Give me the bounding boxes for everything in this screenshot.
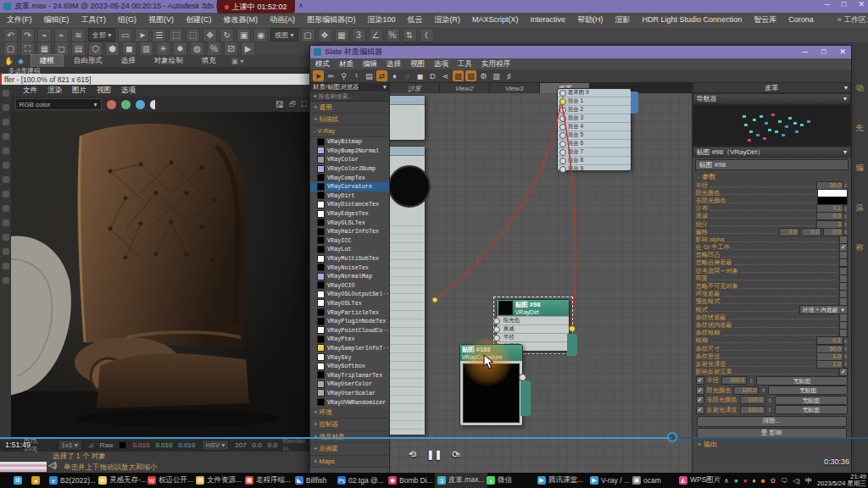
ime-indicator[interactable]: 中 bbox=[805, 476, 812, 485]
browser-item-VRaySoftbox[interactable]: VRaySoftbox bbox=[310, 362, 389, 371]
toolbar2-icon-6[interactable]: ⬢ bbox=[105, 42, 120, 56]
vfb-menu-2[interactable]: 图片 bbox=[72, 86, 86, 96]
slate-tool-icon-9[interactable]: D bbox=[427, 70, 438, 81]
slate-tool-icon-4[interactable]: ▤ bbox=[364, 70, 375, 81]
output-rollout[interactable]: +输出 bbox=[693, 440, 851, 449]
browser-item-VRayHairInfoTex[interactable]: VRayHairInfoTex bbox=[310, 227, 389, 236]
browser-item-VRayTriplanarTex[interactable]: VRayTriplanarTex bbox=[310, 370, 389, 380]
toolbar-icon-7[interactable]: ☰ bbox=[152, 28, 166, 42]
toolbar-icon-6[interactable]: ➤ bbox=[135, 28, 149, 42]
menu-item-7[interactable]: 动画(A) bbox=[270, 14, 295, 25]
browser-item-VRayOSLTex[interactable]: VRayOSLTex bbox=[310, 299, 389, 308]
view-tab-0[interactable]: 沙发 bbox=[390, 83, 439, 93]
menu-item-14[interactable]: 帮助(H) bbox=[577, 14, 604, 25]
param-spinner[interactable]: 0.0 bbox=[779, 228, 799, 236]
toolbar2-icon-11[interactable]: ◍ bbox=[190, 42, 204, 56]
teapot-icon[interactable]: ◆ bbox=[18, 57, 24, 65]
ribbon-more-dropdown[interactable]: ▣ ▾ bbox=[231, 57, 244, 65]
checkbox[interactable]: ✓ bbox=[839, 368, 848, 376]
output-socket[interactable] bbox=[569, 325, 576, 332]
toolbar-icon-13[interactable]: ◉ bbox=[253, 28, 268, 42]
param-spinner[interactable]: 0.0 bbox=[801, 228, 821, 236]
red-channel-button[interactable] bbox=[107, 100, 116, 109]
menu-item-17[interactable]: 智云库 bbox=[754, 14, 776, 25]
vfb-menu-1[interactable]: 渲染 bbox=[47, 86, 62, 96]
browser-item-VRayBump2Normal[interactable]: VRayBump2Normal bbox=[310, 147, 389, 156]
toolbar-icon-12[interactable]: ▣ bbox=[236, 28, 251, 42]
dock-icon-2[interactable] bbox=[3, 119, 9, 125]
toolbar-icon-19[interactable]: % bbox=[386, 28, 400, 42]
spinner-arrows-icon[interactable]: ⇕ bbox=[843, 214, 848, 219]
toolbar-icon-14[interactable]: ▢ bbox=[301, 28, 315, 42]
hsv-combo[interactable]: HSV ▾ bbox=[202, 440, 230, 451]
browser-item-VRayNoiseTex[interactable]: VRayNoiseTex bbox=[310, 263, 389, 272]
browser-item-VRaySamplerInfoT···[interactable]: VRaySamplerInfoT··· bbox=[310, 344, 389, 353]
spinner-arrows-icon[interactable]: ⇕ bbox=[768, 407, 772, 413]
slate-menu-5[interactable]: 选项 bbox=[434, 59, 448, 69]
pause-button[interactable]: ❚❚ bbox=[426, 449, 442, 460]
spinner-arrows-icon[interactable]: ⇕ bbox=[843, 221, 848, 227]
taskbar-item-w-app[interactable]: W权迈公开... bbox=[145, 473, 196, 488]
taskbar-item-ocam[interactable]: ▣ocam bbox=[630, 473, 664, 488]
tray-icon-2[interactable]: ♦ bbox=[753, 477, 756, 485]
rewind-10-button[interactable]: ⟲10 bbox=[409, 449, 416, 460]
taskbar-item-3dsmax[interactable]: 3皮革.max... bbox=[435, 473, 487, 488]
node-side-tab[interactable] bbox=[567, 334, 577, 356]
taskbar-item-start[interactable]: ⊞ bbox=[11, 473, 25, 488]
taskbar-item-star-app[interactable]: ★灵感无存-... bbox=[96, 473, 149, 488]
workspace-label[interactable]: » 工作区: 发财. 退休 bbox=[837, 14, 868, 25]
browser-item-VRayBitmap[interactable]: VRayBitmap bbox=[310, 137, 389, 147]
slate-menu-7[interactable]: 实用程序 bbox=[481, 59, 510, 69]
toolbar2-icon-12[interactable]: % bbox=[207, 42, 221, 56]
dock-icon-8[interactable] bbox=[3, 205, 9, 212]
exclude-button[interactable]: 排除... bbox=[697, 416, 847, 427]
taskbar-item-wps[interactable]: ◭WPS图片 bbox=[676, 473, 723, 488]
spinner-arrows-icon[interactable]: ⇕ bbox=[768, 397, 772, 403]
browser-item-VRayNormalMap[interactable]: VRayNormalMap bbox=[310, 272, 389, 281]
slate-tool-icon-6[interactable]: ♦ bbox=[389, 70, 400, 81]
dock-icon-4[interactable] bbox=[3, 147, 9, 154]
taskbar-item-vray-video[interactable]: ▶V-ray / ... bbox=[587, 473, 632, 488]
browser-item-VRayDistanceTex[interactable]: VRayDistanceTex bbox=[310, 200, 389, 209]
toolbar-icon-21[interactable]: ⦅ bbox=[420, 28, 434, 42]
ribbon-tab-4[interactable]: 填充 bbox=[193, 55, 225, 67]
slate-maximize-button[interactable]: □ bbox=[821, 47, 826, 56]
tray-expand-caret[interactable]: ∧ bbox=[724, 477, 729, 485]
menu-item-1[interactable]: 编辑(E) bbox=[44, 14, 70, 25]
taskbar-item-tencent-class[interactable]: ▶腾讯课堂... bbox=[535, 473, 586, 488]
menu-item-12[interactable]: MAXScript(X) bbox=[472, 15, 519, 24]
maxscript-mini-listener[interactable] bbox=[0, 462, 47, 472]
recording-banner[interactable]: 上课中 01:52:02 bbox=[217, 0, 295, 14]
max-titlebar[interactable]: 皮革.max - 24.69M @ 2023-05-24 00:20:15 - … bbox=[0, 0, 868, 13]
dock-icon-7[interactable] bbox=[3, 191, 9, 197]
taskbar-item-explorer[interactable]: ▤文件资源... bbox=[193, 473, 244, 488]
toolbar2-icon-5[interactable]: ⬡ bbox=[88, 42, 103, 56]
mono-channel-button[interactable] bbox=[150, 100, 159, 109]
tray-icon-1[interactable]: ● bbox=[743, 477, 748, 485]
no-map-button[interactable]: 无贴图 bbox=[775, 396, 848, 405]
tray-icon-5[interactable]: 🗨 bbox=[781, 477, 787, 485]
output-socket[interactable] bbox=[519, 374, 526, 381]
browser-item-VRayUVWRandomizer[interactable]: VRayUVWRandomizer bbox=[310, 397, 389, 407]
dock-icon-13[interactable] bbox=[3, 277, 9, 284]
video-progress-handle[interactable] bbox=[667, 432, 677, 442]
menu-item-11[interactable]: 渲染(R) bbox=[435, 14, 461, 25]
taskbar-item-billfish[interactable]: ◣Billfish bbox=[292, 473, 330, 488]
taskbar-item-red-app[interactable]: ▦老程序端... bbox=[242, 473, 293, 488]
slate-tool-icon-11[interactable]: ▧ bbox=[453, 70, 464, 81]
browser-section-0[interactable]: + 通用 bbox=[310, 102, 389, 114]
vfb-titlebar[interactable]: ffer - [100.0% of 821 x 615] bbox=[0, 74, 310, 85]
blue-channel-button[interactable] bbox=[136, 100, 145, 109]
forward-30-button[interactable]: ⟳30 bbox=[452, 449, 459, 460]
video-progress-bar[interactable] bbox=[0, 437, 672, 439]
input-socket[interactable] bbox=[493, 318, 500, 324]
slate-menu-4[interactable]: 视图 bbox=[410, 59, 425, 69]
browser-section-vray[interactable]: - V-Ray bbox=[310, 125, 389, 137]
slate-titlebar[interactable]: Slate 材质编辑器 ─ □ ✕ bbox=[310, 46, 851, 58]
menu-item-5[interactable]: 创建(C) bbox=[186, 14, 212, 25]
slate-menu-6[interactable]: 工具 bbox=[458, 59, 472, 69]
green-channel-button[interactable] bbox=[121, 100, 131, 109]
toolbar-icon-0[interactable]: ↶ bbox=[3, 28, 18, 42]
region-select-icon[interactable]: ⛶ bbox=[302, 100, 307, 109]
browser-item-VRayColor[interactable]: VRayColor bbox=[310, 155, 389, 164]
